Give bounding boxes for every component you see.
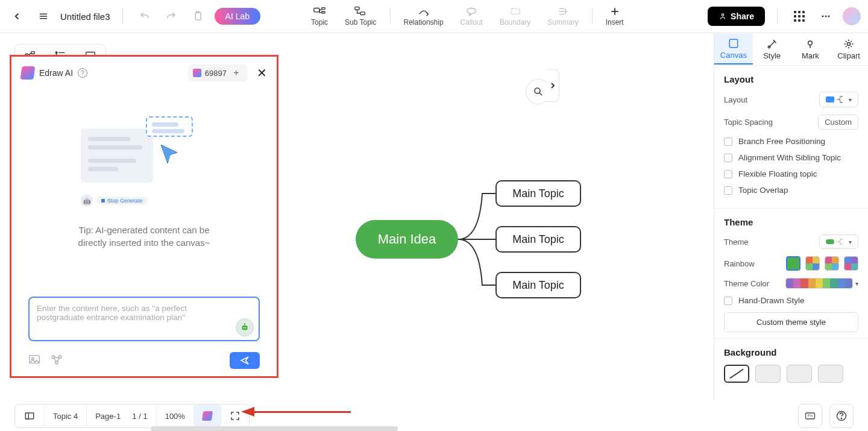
- svg-point-9: [467, 8, 476, 14]
- menu-button[interactable]: [34, 7, 53, 26]
- svg-point-25: [55, 52, 57, 54]
- svg-point-19: [828, 16, 830, 17]
- ai-assistant-avatar-icon[interactable]: [236, 318, 254, 336]
- checkbox-flexible-floating[interactable]: Flexible Floating topic: [724, 169, 858, 178]
- svg-point-52: [848, 43, 851, 46]
- svg-text:Fn: Fn: [808, 414, 813, 418]
- checkbox-topic-overlap[interactable]: Topic Overlap: [724, 186, 858, 195]
- rainbow-label: Rainbow: [724, 259, 755, 268]
- layout-icon: [826, 95, 845, 104]
- ai-tip-text: Tip: AI-generated content can be directl…: [78, 224, 210, 249]
- paste-button[interactable]: [188, 7, 207, 26]
- svg-rect-49: [729, 39, 737, 47]
- status-bar: Topic 4 Page-1 1 / 1 100%: [14, 404, 250, 428]
- svg-point-17: [822, 16, 824, 17]
- theme-selector[interactable]: ▾: [819, 234, 858, 249]
- svg-point-16: [722, 14, 724, 16]
- shortcuts-button[interactable]: Fn: [798, 404, 822, 428]
- mindmap: Main Idea Main Topic Main Topic Main Top…: [344, 166, 597, 310]
- ai-lab-button[interactable]: AI Lab: [215, 8, 260, 25]
- horizontal-scrollbar[interactable]: [151, 426, 398, 431]
- svg-line-48: [539, 93, 542, 95]
- tab-clipart[interactable]: Clipart: [829, 34, 868, 64]
- rainbow-option[interactable]: [805, 256, 820, 271]
- expand-panel-button[interactable]: [546, 69, 559, 102]
- tool-subtopic[interactable]: Sub Topic: [336, 4, 385, 29]
- zoom-level[interactable]: 100%: [157, 404, 194, 427]
- add-credits-button[interactable]: +: [230, 67, 242, 79]
- outline-toggle[interactable]: [15, 404, 45, 427]
- tool-topic[interactable]: Topic: [303, 4, 336, 29]
- layout-section-title: Layout: [724, 74, 858, 84]
- tool-relationship[interactable]: Relationship: [395, 4, 452, 29]
- svg-point-47: [535, 88, 540, 93]
- topic-spacing-label: Topic Spacing: [724, 118, 773, 127]
- tab-mark[interactable]: Mark: [791, 34, 830, 64]
- topic-count[interactable]: Topic 4: [45, 404, 87, 427]
- divider: [592, 8, 593, 25]
- canvas[interactable]: Edraw AI ? 69897 + ✕: [0, 33, 714, 401]
- theme-color-selector[interactable]: [785, 278, 853, 289]
- theme-label: Theme: [724, 238, 748, 247]
- svg-point-38: [244, 323, 245, 324]
- bg-option[interactable]: [755, 365, 781, 383]
- tool-boundary[interactable]: Boundary: [491, 4, 539, 29]
- checkbox-branch-free[interactable]: Branch Free Positioning: [724, 137, 858, 146]
- file-title[interactable]: Untitled file3: [60, 11, 110, 22]
- layout-label: Layout: [724, 95, 747, 104]
- tab-style[interactable]: Style: [753, 34, 791, 64]
- svg-point-35: [244, 327, 245, 329]
- svg-point-51: [808, 41, 813, 45]
- tool-callout[interactable]: Callout: [452, 4, 491, 29]
- apps-grid-button[interactable]: [790, 7, 809, 26]
- bg-option[interactable]: [787, 365, 812, 383]
- help-icon[interactable]: ?: [78, 68, 87, 78]
- rainbow-option[interactable]: [825, 256, 839, 271]
- topic-node[interactable]: Main Topic: [495, 226, 581, 253]
- topic-node[interactable]: Main Topic: [495, 272, 581, 298]
- ai-panel: Edraw AI ? 69897 + ✕: [10, 55, 278, 378]
- checkbox-alignment-sibling[interactable]: Alignment With Sibling Topic: [724, 153, 858, 162]
- svg-rect-3: [195, 13, 201, 20]
- graph-input-icon[interactable]: [50, 353, 63, 368]
- rainbow-option[interactable]: [786, 256, 800, 271]
- undo-button[interactable]: [135, 7, 154, 26]
- stop-generate-pill: Stop Generate: [96, 197, 148, 205]
- svg-point-18: [825, 16, 827, 17]
- topic-spacing-selector[interactable]: Custom: [818, 115, 858, 130]
- topic-node[interactable]: Main Topic: [495, 180, 581, 207]
- rainbow-option[interactable]: [844, 256, 858, 271]
- tool-insert[interactable]: Insert: [597, 4, 632, 29]
- checkbox-hand-drawn[interactable]: Hand-Drawn Style: [724, 296, 858, 305]
- edraw-ai-logo-icon: [20, 66, 35, 80]
- divider: [122, 8, 123, 25]
- ai-toggle-button[interactable]: [194, 404, 221, 427]
- svg-point-43: [55, 361, 58, 364]
- ai-illustration: 🤖 Stop Generate: [81, 116, 207, 195]
- layout-selector[interactable]: ▾: [819, 92, 858, 107]
- bg-option[interactable]: [818, 365, 843, 383]
- bg-option-none[interactable]: [724, 365, 749, 383]
- theme-icon: [826, 238, 845, 246]
- page-indicator[interactable]: Page-1 1 / 1: [87, 404, 156, 427]
- back-button[interactable]: [7, 7, 27, 26]
- tool-summary[interactable]: Summary: [539, 4, 587, 29]
- help-button[interactable]: [829, 404, 854, 428]
- svg-rect-6: [322, 11, 326, 13]
- theme-color-label: Theme Color: [724, 279, 769, 288]
- svg-rect-7: [355, 7, 359, 10]
- cursor-icon: [158, 142, 182, 166]
- send-button[interactable]: [230, 352, 260, 369]
- image-input-icon[interactable]: [28, 353, 42, 368]
- share-button[interactable]: Share: [708, 7, 765, 26]
- custom-theme-button[interactable]: Custom theme style: [724, 312, 858, 332]
- credits-badge[interactable]: 69897 +: [188, 64, 247, 81]
- svg-line-45: [54, 358, 56, 362]
- user-avatar[interactable]: [843, 7, 861, 25]
- root-node[interactable]: Main Idea: [356, 220, 458, 259]
- redo-button[interactable]: [162, 7, 181, 26]
- tab-canvas[interactable]: Canvas: [714, 34, 753, 64]
- close-button[interactable]: ✕: [257, 66, 267, 80]
- ai-prompt-input[interactable]: [28, 297, 260, 341]
- more-button[interactable]: [816, 7, 835, 26]
